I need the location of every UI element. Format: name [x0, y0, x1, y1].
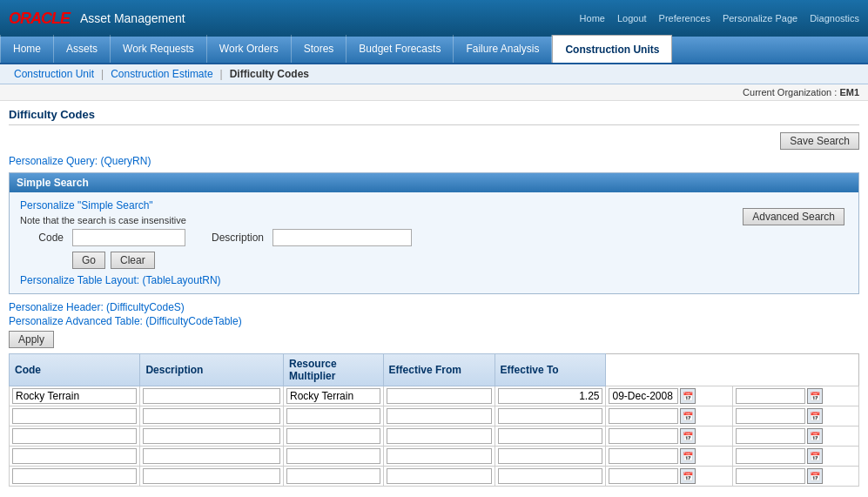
top-link-logout[interactable]: Logout — [617, 13, 647, 24]
nav-tab-work-requests[interactable]: Work Requests — [111, 35, 207, 63]
description-input[interactable] — [273, 229, 412, 246]
row-effective-from-input[interactable] — [609, 408, 678, 424]
row-description-input[interactable] — [286, 428, 380, 444]
row-code-extra-input[interactable] — [143, 388, 280, 404]
nav-tab-failure-analysis[interactable]: Failure Analysis — [454, 35, 552, 63]
sub-nav-construction-unit[interactable]: Construction Unit — [7, 68, 101, 80]
calendar-to-button[interactable]: 📅 — [807, 388, 823, 404]
row-description-input[interactable] — [286, 408, 380, 424]
calendar-from-button[interactable]: 📅 — [680, 468, 696, 484]
sub-nav-construction-estimate[interactable]: Construction Estimate — [104, 68, 219, 80]
row-desc-extra-input[interactable] — [387, 448, 492, 464]
row-desc-extra-input[interactable] — [387, 468, 492, 484]
col-effective-from: Effective From — [383, 354, 495, 386]
personalize-header-link[interactable]: Personalize Header: (DifficultyCodeS) — [9, 301, 859, 313]
row-effective-to-input[interactable] — [736, 468, 805, 484]
save-search-button[interactable]: Save Search — [780, 132, 859, 150]
row-effective-from-input[interactable] — [609, 428, 678, 444]
col-multiplier: Resource Multiplier — [284, 354, 384, 386]
top-link-personalize-page[interactable]: Personalize Page — [723, 13, 797, 24]
top-link-diagnostics[interactable]: Diagnostics — [810, 13, 859, 24]
date-to-cell: 📅 — [736, 388, 856, 404]
personalize-table-link[interactable]: Personalize Advanced Table: (DifficultyC… — [9, 315, 859, 327]
row-multiplier-input[interactable] — [498, 408, 603, 424]
date-from-cell: 📅 — [609, 428, 729, 444]
row-description-input[interactable] — [286, 388, 380, 404]
row-effective-from-input[interactable] — [609, 468, 678, 484]
row-multiplier-input[interactable] — [498, 388, 603, 404]
nav-tab-assets[interactable]: Assets — [54, 35, 111, 63]
org-label: Current Organization : — [743, 87, 837, 97]
org-value: EM1 — [839, 87, 859, 97]
row-code-input[interactable] — [12, 388, 137, 404]
calendar-from-button[interactable]: 📅 — [680, 388, 696, 404]
advanced-search-button[interactable]: Advanced Search — [743, 208, 844, 225]
description-label: Description — [212, 232, 264, 244]
date-from-cell: 📅 — [609, 408, 729, 424]
calendar-from-button[interactable]: 📅 — [680, 448, 696, 464]
clear-button[interactable]: Clear — [111, 252, 155, 269]
nav-tab-work-orders[interactable]: Work Orders — [207, 35, 292, 63]
bottom-section: Personalize Header: (DifficultyCodeS) Pe… — [9, 301, 859, 487]
top-links: Home Logout Preferences Personalize Page… — [580, 13, 859, 24]
apply-button[interactable]: Apply — [9, 331, 54, 348]
row-effective-to-input[interactable] — [736, 388, 805, 404]
row-desc-extra-input[interactable] — [387, 408, 492, 424]
calendar-to-button[interactable]: 📅 — [807, 408, 823, 424]
app-title: Asset Management — [80, 11, 185, 25]
apply-row: Apply — [9, 331, 859, 348]
go-button[interactable]: Go — [72, 252, 105, 269]
row-code-input[interactable] — [12, 448, 137, 464]
row-effective-to-input[interactable] — [736, 408, 805, 424]
row-description-input[interactable] — [286, 468, 380, 484]
table-row: 📅📅 — [10, 406, 859, 426]
row-code-input[interactable] — [12, 468, 137, 484]
row-effective-from-input[interactable] — [609, 388, 678, 404]
row-code-extra-input[interactable] — [143, 468, 280, 484]
nav-tab-home[interactable]: Home — [0, 35, 54, 63]
nav-tab-construction-units[interactable]: Construction Units — [552, 35, 672, 63]
save-search-row: Save Search — [9, 132, 859, 150]
calendar-to-button[interactable]: 📅 — [807, 468, 823, 484]
nav-tab-budget-forecasts[interactable]: Budget Forecasts — [347, 35, 454, 63]
date-to-cell: 📅 — [736, 408, 856, 424]
nav-tab-stores[interactable]: Stores — [292, 35, 347, 63]
page-title: Difficulty Codes — [9, 108, 859, 125]
row-code-extra-input[interactable] — [143, 428, 280, 444]
calendar-from-button[interactable]: 📅 — [680, 408, 696, 424]
row-code-extra-input[interactable] — [143, 408, 280, 424]
row-multiplier-input[interactable] — [498, 448, 603, 464]
personalize-links-area: Personalize Header: (DifficultyCodeS) Pe… — [9, 301, 859, 327]
row-multiplier-input[interactable] — [498, 428, 603, 444]
col-description: Description — [140, 354, 284, 386]
date-to-cell: 📅 — [736, 448, 856, 464]
main-nav: Home Assets Work Requests Work Orders St… — [0, 37, 868, 64]
personalize-query-link[interactable]: Personalize Query: (QueryRN) — [9, 155, 151, 167]
calendar-from-button[interactable]: 📅 — [680, 428, 696, 444]
date-to-cell: 📅 — [736, 468, 856, 484]
search-fields-row: Code Description — [20, 229, 848, 246]
top-bar: ORACLE Asset Management Home Logout Pref… — [0, 0, 868, 37]
row-effective-to-input[interactable] — [736, 448, 805, 464]
row-multiplier-input[interactable] — [498, 468, 603, 484]
date-to-cell: 📅 — [736, 428, 856, 444]
code-input[interactable] — [72, 229, 185, 246]
simple-search-header: Simple Search — [10, 173, 858, 192]
calendar-to-button[interactable]: 📅 — [807, 448, 823, 464]
row-code-input[interactable] — [12, 408, 137, 424]
row-effective-from-input[interactable] — [609, 448, 678, 464]
row-desc-extra-input[interactable] — [387, 388, 492, 404]
simple-search-body: Personalize "Simple Search" Note that th… — [10, 192, 858, 293]
row-desc-extra-input[interactable] — [387, 428, 492, 444]
table-row: 📅📅 — [10, 447, 859, 467]
top-link-preferences[interactable]: Preferences — [659, 13, 710, 24]
sub-nav: Construction Unit | Construction Estimat… — [0, 64, 868, 84]
row-effective-to-input[interactable] — [736, 428, 805, 444]
row-code-extra-input[interactable] — [143, 448, 280, 464]
calendar-to-button[interactable]: 📅 — [807, 428, 823, 444]
table-header-row: Code Description Resource Multiplier Eff… — [10, 354, 859, 386]
table-layout-link[interactable]: Personalize Table Layout: (TableLayoutRN… — [20, 274, 848, 286]
row-code-input[interactable] — [12, 428, 137, 444]
row-description-input[interactable] — [286, 448, 380, 464]
top-link-home[interactable]: Home — [580, 13, 605, 24]
